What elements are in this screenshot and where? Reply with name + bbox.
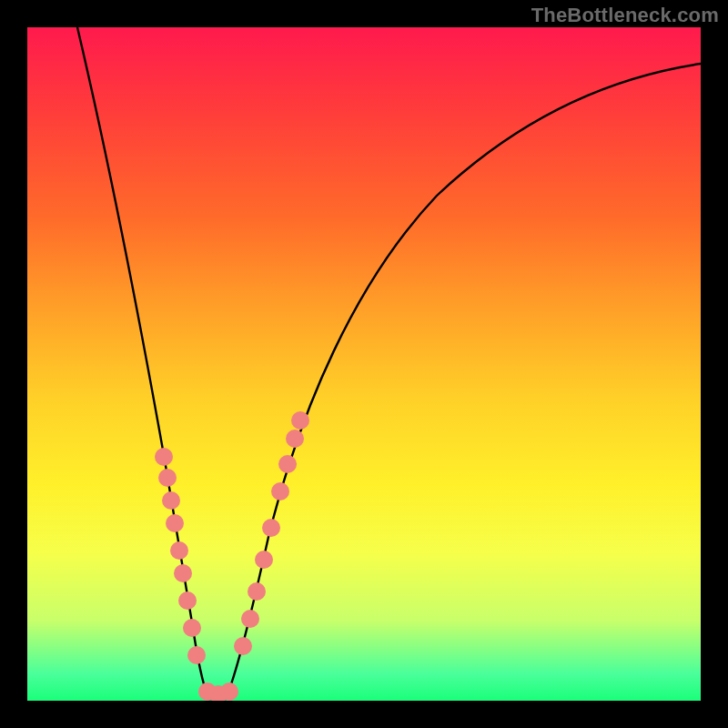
data-dot	[271, 482, 289, 500]
data-dot	[234, 637, 252, 655]
data-dot	[170, 541, 188, 560]
data-dot	[162, 491, 180, 510]
data-dot	[248, 582, 266, 601]
data-dot	[286, 430, 304, 448]
data-dot	[220, 682, 238, 701]
data-dot	[278, 455, 297, 473]
bottleneck-curve-svg	[27, 27, 701, 701]
data-dot	[241, 610, 259, 628]
bottleneck-curve	[77, 27, 701, 699]
data-dot	[291, 411, 309, 430]
data-dot	[255, 551, 273, 569]
data-dot	[166, 514, 184, 532]
data-dot	[183, 619, 201, 637]
data-dot	[155, 448, 173, 466]
data-dot	[158, 469, 177, 487]
data-dot	[187, 646, 206, 664]
data-dot	[178, 592, 197, 610]
watermark-text: TheBottleneck.com	[531, 4, 719, 27]
plot-area	[27, 27, 701, 701]
data-dot	[174, 564, 192, 582]
chart-canvas: TheBottleneck.com	[0, 0, 728, 728]
data-dot	[262, 519, 280, 537]
